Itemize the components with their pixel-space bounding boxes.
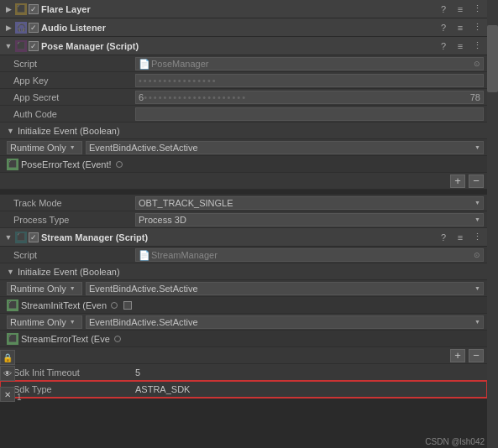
flare-layer-checkbox[interactable] <box>29 4 39 14</box>
pose-minus-btn[interactable]: − <box>469 175 484 188</box>
stream-init-circle <box>111 302 118 309</box>
stream-runtime-dropdown-2[interactable]: Runtime Only <box>7 315 82 329</box>
flare-header-icons: ? ≡ ⋮ <box>437 3 484 16</box>
audio-listener-checkbox[interactable] <box>29 23 39 33</box>
audio-fold-arrow[interactable]: ▶ <box>3 23 13 33</box>
flare-more-icon[interactable]: ⋮ <box>470 3 484 16</box>
stream-eventbind-label-2: EventBindActive.SetActive <box>89 317 198 327</box>
main-container: ▶ ⬛ Flare Layer ? ≡ ⋮ ▶ 🎧 Audio Listener… <box>0 0 498 448</box>
audio-more-icon[interactable]: ⋮ <box>470 21 484 34</box>
stream-script-label: Script <box>13 250 135 260</box>
stream-more-icon[interactable]: ⋮ <box>470 231 484 244</box>
pose-processtype-value: Process 3D <box>139 215 186 225</box>
pose-appsecret-label: App Secret <box>13 92 135 102</box>
pose-processtype-dropdown[interactable]: Process 3D <box>135 213 484 227</box>
pose-authcode-label: Auth Code <box>13 109 135 119</box>
sdk-type-label: Sdk Type <box>13 384 135 394</box>
left-sidebar-icons-2: ✕ <box>0 387 15 402</box>
stream-script-name: StreamManager <box>151 250 218 260</box>
pose-manager-icon: ⬛ <box>15 40 27 52</box>
pose-trackmode-value: OBT_TRACK_SINGLE <box>139 198 233 208</box>
pose-help-icon[interactable]: ? <box>437 39 450 53</box>
pose-eventbind-label-1: EventBindActive.SetActive <box>89 143 198 153</box>
audio-listener-row[interactable]: ▶ 🎧 Audio Listener ? ≡ ⋮ <box>0 18 487 37</box>
flare-help-icon[interactable]: ? <box>437 3 450 16</box>
left-icon-x[interactable]: ✕ <box>0 387 15 402</box>
stream-script-file-icon: 📄 <box>139 250 149 260</box>
stream-manager-icon: ⬛ <box>15 232 27 243</box>
stream-plus-btn[interactable]: + <box>450 349 465 362</box>
stream-minus-btn[interactable]: − <box>469 349 484 362</box>
stream-dropdown-row-1: Runtime Only EventBindActive.SetActive <box>0 280 487 297</box>
stream-error-text-row: ⬛ StreamErrorText (Eve <box>0 331 487 347</box>
scrollbar-thumb[interactable] <box>487 25 498 92</box>
stream-script-row: Script 📄 StreamManager ⊙ <box>0 247 487 263</box>
pose-appkey-label: App Key <box>13 76 135 86</box>
audio-header-icons: ? ≡ ⋮ <box>437 21 484 34</box>
pose-error-text-row: ⬛ PoseErrorText (Event! <box>0 156 487 173</box>
pose-trackmode-label: Track Mode <box>13 198 135 208</box>
stream-init-checkbox[interactable] <box>123 301 132 310</box>
pose-settings-icon[interactable]: ≡ <box>453 39 467 53</box>
stream-help-icon[interactable]: ? <box>437 231 450 244</box>
flare-layer-row[interactable]: ▶ ⬛ Flare Layer ? ≡ ⋮ <box>0 0 487 18</box>
pose-appkey-value[interactable]: •••••••••••••••• <box>135 74 484 87</box>
sdk-type-value: ASTRA_SDK <box>135 384 484 394</box>
pose-processtype-label: Process Type <box>13 215 135 225</box>
left-sidebar-icons: 🔒 👁 <box>0 350 15 381</box>
stream-init-text-row: ⬛ StreamInitText (Even <box>0 297 487 314</box>
audio-help-icon[interactable]: ? <box>437 21 450 34</box>
pose-script-value[interactable]: 📄 PoseManager ⊙ <box>135 57 484 70</box>
stream-init-event-label: Initialize Event (Boolean) <box>18 267 120 277</box>
pose-appkey-row: App Key •••••••••••••••• <box>0 72 487 89</box>
pose-trackmode-dropdown[interactable]: OBT_TRACK_SINGLE <box>135 196 484 210</box>
pose-error-text-label: PoseErrorText (Event! <box>21 159 112 169</box>
pose-more-icon[interactable]: ⋮ <box>470 39 484 53</box>
stream-init-expand-arrow[interactable]: ▼ <box>7 268 14 276</box>
left-icon-lock[interactable]: 🔒 <box>0 350 15 365</box>
stream-error-text-label: StreamErrorText (Eve <box>21 334 110 344</box>
stream-settings-icon[interactable]: ≡ <box>453 231 467 244</box>
content-area: ▶ ⬛ Flare Layer ? ≡ ⋮ ▶ 🎧 Audio Listener… <box>0 0 487 448</box>
stream-eventbind-dropdown-2[interactable]: EventBindActive.SetActive <box>86 315 484 329</box>
pose-plus-btn[interactable]: + <box>450 175 465 188</box>
flare-layer-title: Flare Layer <box>41 4 437 14</box>
stream-manager-header[interactable]: ▼ ⬛ Stream Manager (Script) ? ≡ ⋮ <box>0 228 487 247</box>
stream-manager-title: Stream Manager (Script) <box>41 232 437 242</box>
stream-runtime-label-1: Runtime Only <box>10 284 66 294</box>
sdk-type-row: Sdk Type ASTRA_SDK <box>0 381 487 398</box>
left-number-badge: 1 <box>17 392 22 402</box>
stream-header-icons: ? ≡ ⋮ <box>437 231 484 244</box>
stream-error-circle <box>114 336 121 342</box>
sdk-init-timeout-label: Sdk Init Timeout <box>13 367 135 378</box>
pose-script-row: Script 📄 PoseManager ⊙ <box>0 55 487 72</box>
stream-script-value[interactable]: 📄 StreamManager ⊙ <box>135 248 484 262</box>
stream-runtime-dropdown-1[interactable]: Runtime Only <box>7 282 82 295</box>
stream-manager-checkbox[interactable] <box>29 232 39 242</box>
audio-listener-title: Audio Listener <box>41 23 437 33</box>
stream-init-event-icon: ⬛ <box>7 300 18 311</box>
flare-fold-arrow[interactable]: ▶ <box>3 4 13 14</box>
pose-runtime-dropdown-1[interactable]: Runtime Only <box>7 141 82 154</box>
stream-fold-arrow[interactable]: ▼ <box>3 232 13 242</box>
pose-manager-header[interactable]: ▼ ⬛ Pose Manager (Script) ? ≡ ⋮ <box>0 37 487 55</box>
pose-runtime-label-1: Runtime Only <box>10 143 66 153</box>
pose-appsecret-end: 78 <box>470 92 480 102</box>
pose-eventbind-dropdown-1[interactable]: EventBindActive.SetActive <box>86 141 484 154</box>
left-badge-text: 1 <box>17 393 22 402</box>
pose-authcode-row: Auth Code <box>0 106 487 122</box>
pose-manager-title: Pose Manager (Script) <box>41 41 437 51</box>
pose-authcode-value[interactable] <box>135 107 484 121</box>
audio-settings-icon[interactable]: ≡ <box>453 21 467 34</box>
pose-manager-checkbox[interactable] <box>29 41 39 51</box>
stream-eventbind-dropdown-1[interactable]: EventBindActive.SetActive <box>86 282 484 295</box>
pose-appsecret-value[interactable]: 6 ••••••••••••••••••••• 78 <box>135 91 484 104</box>
pose-error-event-icon: ⬛ <box>7 159 18 170</box>
sdk-init-timeout-row: Sdk Init Timeout 5 <box>0 364 487 381</box>
pose-appsecret-masked: ••••••••••••••••••••• <box>144 92 470 102</box>
pose-init-expand-arrow[interactable]: ▼ <box>7 127 14 135</box>
scrollbar-track <box>487 0 498 448</box>
pose-fold-arrow[interactable]: ▼ <box>3 41 13 51</box>
left-icon-eye[interactable]: 👁 <box>0 366 15 381</box>
flare-settings-icon[interactable]: ≡ <box>453 3 467 16</box>
